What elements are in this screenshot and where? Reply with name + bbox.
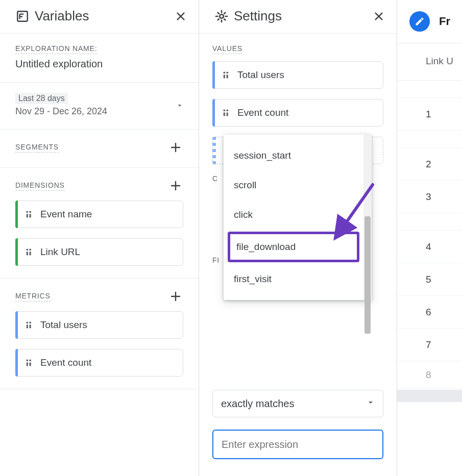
chip-label: Total users [237, 69, 284, 81]
svg-point-15 [29, 254, 31, 256]
dimensions-label: DIMENSIONS [15, 181, 65, 191]
svg-point-24 [26, 362, 28, 364]
dropdown-item[interactable]: click [224, 200, 363, 230]
drag-handle-icon[interactable] [25, 247, 34, 257]
settings-header: Settings [199, 0, 397, 34]
drag-handle-icon[interactable] [222, 70, 231, 80]
chip-accent [15, 311, 18, 339]
svg-point-27 [29, 364, 31, 366]
drag-handle-icon[interactable] [222, 108, 231, 117]
segments-section: SEGMENTS [0, 130, 199, 168]
dropdown-item-highlighted[interactable]: file_download [228, 232, 359, 262]
svg-point-4 [26, 211, 28, 213]
horizontal-scrollbar[interactable] [397, 390, 462, 402]
svg-point-17 [29, 321, 31, 323]
gear-icon [214, 9, 229, 23]
date-range-value: Nov 29 - Dec 26, 2024 [15, 106, 107, 117]
svg-point-36 [226, 109, 228, 111]
chip-label: Event count [237, 107, 288, 118]
value-chip[interactable]: Event count [212, 99, 383, 127]
svg-point-8 [26, 216, 28, 218]
value-chip[interactable]: Total users [212, 61, 383, 89]
truncated-section-f: FI [212, 256, 220, 264]
table-row[interactable]: 1 [397, 98, 462, 131]
svg-point-28 [220, 14, 223, 18]
table-row[interactable]: 4 [397, 231, 462, 263]
drag-handle-icon[interactable] [25, 320, 34, 330]
tab-title: Fr [439, 15, 450, 28]
svg-point-34 [226, 77, 228, 79]
metric-chip[interactable]: Total users [15, 311, 183, 339]
svg-point-21 [29, 327, 31, 329]
result-rows: 1 2 3 4 5 6 7 8 [397, 81, 462, 389]
scrollbar-thumb[interactable] [364, 216, 371, 334]
table-row[interactable]: 5 [397, 263, 462, 296]
chip-accent [15, 238, 18, 266]
table-row[interactable]: 3 [397, 181, 462, 213]
variables-title: Variables [35, 8, 173, 24]
svg-point-12 [26, 252, 28, 254]
exploration-name-value[interactable]: Untitled exploration [15, 58, 183, 70]
values-label: VALUES [212, 44, 242, 54]
edit-icon[interactable] [409, 11, 430, 32]
svg-point-32 [226, 74, 228, 77]
chevron-down-icon[interactable] [176, 102, 183, 111]
chip-accent [212, 99, 215, 127]
chip-accent [15, 349, 18, 377]
svg-point-10 [26, 248, 28, 250]
add-dimension-button[interactable] [168, 178, 183, 193]
table-row[interactable]: 2 [397, 148, 462, 181]
svg-point-40 [226, 114, 228, 116]
svg-point-18 [26, 324, 28, 327]
chip-accent [212, 61, 215, 89]
chip-label: Event name [40, 209, 92, 220]
dimension-chip[interactable]: Link URL [15, 238, 183, 266]
variables-panel: Variables EXPLORATION NAME: Untitled exp… [0, 0, 199, 476]
chip-label: Event count [40, 357, 91, 368]
drag-handle-icon[interactable] [25, 210, 34, 219]
dimension-chip[interactable]: Event name [15, 201, 183, 228]
metric-chip[interactable]: Event count [15, 349, 183, 377]
svg-point-11 [29, 248, 31, 250]
dropdown-item[interactable]: scroll [224, 170, 363, 200]
svg-point-14 [26, 254, 28, 256]
filter-value-dropdown: session_start scroll click file_download… [224, 135, 372, 300]
table-row[interactable]: 6 [397, 296, 462, 329]
dimensions-section: DIMENSIONS Event name Link URL [0, 168, 199, 279]
svg-point-5 [29, 211, 31, 213]
svg-point-35 [223, 109, 225, 111]
table-row[interactable]: 7 [397, 329, 462, 361]
svg-point-6 [26, 214, 28, 216]
exploration-name-section: EXPLORATION NAME: Untitled exploration [0, 34, 199, 83]
close-icon[interactable] [173, 9, 188, 24]
svg-point-9 [29, 216, 31, 218]
expression-input-wrapper[interactable] [212, 430, 383, 459]
svg-point-23 [29, 359, 31, 361]
svg-point-22 [26, 359, 28, 361]
metrics-label: METRICS [15, 292, 51, 302]
expression-input[interactable] [222, 439, 374, 450]
svg-point-19 [29, 324, 31, 327]
segments-label: SEGMENTS [15, 143, 59, 153]
exploration-name-label: EXPLORATION NAME: [15, 44, 97, 54]
add-metric-button[interactable] [168, 289, 183, 304]
svg-point-30 [226, 71, 228, 73]
match-condition-label: exactly matches [221, 398, 294, 410]
match-condition-select[interactable]: exactly matches [212, 390, 383, 417]
svg-point-39 [223, 114, 225, 116]
column-header: Link U [397, 43, 462, 81]
metrics-section: METRICS Total users Event count [0, 279, 199, 389]
chevron-down-icon [367, 398, 375, 409]
drag-handle-icon[interactable] [25, 358, 34, 367]
dropdown-item[interactable]: first_visit [224, 264, 363, 294]
scrollbar[interactable] [363, 135, 372, 300]
svg-point-16 [26, 321, 28, 323]
svg-point-20 [26, 327, 28, 329]
close-icon[interactable] [371, 9, 386, 24]
date-range-section[interactable]: Last 28 days Nov 29 - Dec 26, 2024 [0, 83, 199, 130]
table-row[interactable]: 8 [397, 361, 462, 389]
svg-point-13 [29, 252, 31, 254]
dropdown-item[interactable]: session_start [224, 141, 363, 170]
add-segment-button[interactable] [168, 140, 183, 155]
results-tab[interactable]: Fr [397, 0, 462, 43]
